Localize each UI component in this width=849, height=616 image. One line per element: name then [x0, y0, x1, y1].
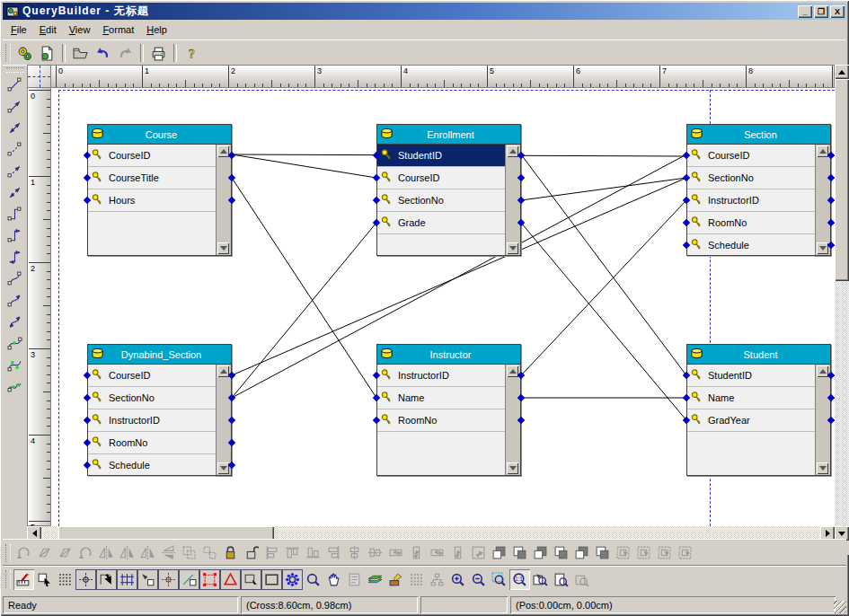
field-row-hours[interactable]: Hours: [88, 189, 216, 212]
dashed-double-arrow-connector-button[interactable]: [4, 182, 26, 204]
field-row-studentid[interactable]: StudentID: [687, 365, 815, 387]
copy-model-button[interactable]: [36, 42, 58, 64]
table-scroll-down-button[interactable]: [507, 242, 518, 254]
snap-center-button[interactable]: [158, 569, 179, 590]
table-scroll-down-button[interactable]: [217, 242, 229, 254]
field-row-courseid[interactable]: CourseID: [687, 145, 815, 167]
arrow-connector-button[interactable]: [4, 96, 26, 118]
bring-to-front-button[interactable]: [489, 542, 509, 563]
elbow-double-arrow-connector-button[interactable]: [4, 247, 26, 268]
menu-view[interactable]: View: [63, 22, 97, 37]
toolbar-arrange-grip[interactable]: [5, 544, 11, 562]
toolbar-view-grip[interactable]: [5, 570, 11, 588]
send-backward-button[interactable]: [551, 542, 571, 563]
vscroll-thumb[interactable]: [835, 79, 849, 281]
send-to-back-button[interactable]: [509, 542, 530, 563]
entity-table-section[interactable]: SectionCourseIDSectionNoInstructorIDRoom…: [686, 124, 831, 256]
field-row-schedule[interactable]: Schedule: [88, 454, 216, 477]
table-header[interactable]: Enrollment: [377, 125, 520, 145]
dashed-arrow-connector-button[interactable]: [4, 161, 26, 182]
relationship-line[interactable]: [521, 223, 686, 420]
field-row-instructorid[interactable]: InstructorID: [377, 365, 505, 387]
table-header[interactable]: Instructor: [377, 345, 520, 365]
print-button[interactable]: [147, 42, 170, 64]
entity-table-dynabind_section[interactable]: Dynabind_SectionCourseIDSectionNoInstruc…: [87, 344, 232, 476]
field-row-studentid[interactable]: StudentID: [377, 145, 505, 167]
zoom-window-button[interactable]: [489, 569, 509, 590]
field-row-courseid[interactable]: CourseID: [88, 145, 216, 167]
table-scroll-down-button[interactable]: [507, 462, 518, 474]
zoom-out-button[interactable]: [468, 569, 489, 590]
minimize-button[interactable]: _: [798, 5, 812, 18]
toolbar-grip[interactable]: [5, 44, 11, 62]
bezier-arrow-connector-button[interactable]: [4, 355, 26, 376]
pick-tool-button[interactable]: [34, 569, 55, 590]
double-arrow-connector-button[interactable]: [4, 118, 26, 139]
snap-marquee-button[interactable]: [199, 569, 220, 590]
bring-forward-button[interactable]: [530, 542, 551, 563]
help-button[interactable]: ?: [181, 42, 203, 64]
zoom-actual-button[interactable]: 1:1: [509, 569, 530, 590]
fit-window-button[interactable]: [530, 569, 551, 590]
snap-object-button[interactable]: [241, 569, 261, 590]
relationship-line[interactable]: [232, 178, 376, 398]
freeform-connector-button[interactable]: [4, 376, 26, 398]
select-tool-button[interactable]: [13, 569, 34, 590]
field-row-instructorid[interactable]: InstructorID: [687, 189, 815, 212]
format-painter-button[interactable]: [385, 569, 406, 590]
entity-table-instructor[interactable]: InstructorInstructorIDNameRoomNo: [376, 344, 521, 476]
diagram-canvas[interactable]: CourseCourseIDCourseTitleHoursEnrollment…: [51, 88, 835, 526]
menu-edit[interactable]: Edit: [33, 22, 63, 37]
relationship-line[interactable]: [232, 154, 376, 178]
palette-grip[interactable]: [6, 67, 24, 73]
snap-triangle-button[interactable]: [220, 569, 241, 590]
menu-file[interactable]: File: [4, 22, 33, 37]
title-bar[interactable]: QueryBuilder - 无标题 _ ❐ X: [3, 3, 846, 20]
curve-double-arrow-connector-button[interactable]: [4, 312, 26, 333]
menu-format[interactable]: Format: [96, 22, 140, 37]
relationship-line[interactable]: [521, 200, 686, 375]
snap-grid-button[interactable]: [117, 569, 137, 590]
snap-crosshair-button[interactable]: [75, 569, 96, 590]
field-row-sectionno[interactable]: SectionNo: [687, 167, 815, 189]
field-row-name[interactable]: Name: [377, 387, 505, 409]
elbow-connector-button[interactable]: [4, 204, 26, 225]
field-row-courseid[interactable]: CourseID: [88, 365, 216, 387]
flip-shape-button[interactable]: [571, 542, 592, 563]
curve-arrow-connector-button[interactable]: [4, 290, 26, 312]
line-connector-button[interactable]: [4, 75, 26, 96]
reroute-connector-button[interactable]: [592, 542, 613, 563]
table-header[interactable]: Student: [687, 345, 830, 365]
dashed-line-connector-button[interactable]: [4, 139, 26, 161]
table-header[interactable]: Course: [88, 125, 231, 145]
field-row-sectionno[interactable]: SectionNo: [88, 387, 216, 409]
curve-connector-button[interactable]: [4, 268, 26, 290]
field-row-courseid[interactable]: CourseID: [377, 167, 505, 189]
table-scroll-down-button[interactable]: [817, 462, 828, 474]
unlock-button[interactable]: [241, 542, 261, 563]
elbow-arrow-connector-button[interactable]: [4, 225, 26, 247]
relationship-line[interactable]: [521, 154, 686, 375]
scroll-up-button[interactable]: [835, 65, 849, 79]
field-row-gradyear[interactable]: GradYear: [687, 409, 815, 432]
field-row-roomno[interactable]: RoomNo: [377, 409, 505, 432]
grid-dots-button[interactable]: [55, 569, 75, 590]
field-row-coursetitle[interactable]: CourseTitle: [88, 167, 216, 189]
close-button[interactable]: X: [830, 5, 845, 18]
entity-table-enrollment[interactable]: EnrollmentStudentIDCourseIDSectionNoGrad…: [376, 124, 521, 256]
field-row-schedule[interactable]: Schedule: [687, 234, 815, 257]
snap-frame-button[interactable]: [261, 569, 282, 590]
field-row-grade[interactable]: Grade: [377, 212, 505, 234]
maximize-button[interactable]: ❐: [814, 5, 828, 18]
new-model-button[interactable]: [13, 42, 36, 64]
pan-tool-button[interactable]: [323, 569, 344, 590]
snap-edge-button[interactable]: [179, 569, 199, 590]
relationship-line[interactable]: [232, 223, 376, 398]
lock-button[interactable]: [220, 542, 241, 563]
resize-grip[interactable]: [834, 601, 846, 613]
snap-vertex-button[interactable]: [96, 569, 117, 590]
entity-table-student[interactable]: StudentStudentIDNameGradYear: [686, 344, 831, 476]
vertical-scrollbar[interactable]: [835, 65, 849, 541]
open-button[interactable]: [69, 42, 92, 64]
zoom-tool-button[interactable]: [303, 569, 323, 590]
